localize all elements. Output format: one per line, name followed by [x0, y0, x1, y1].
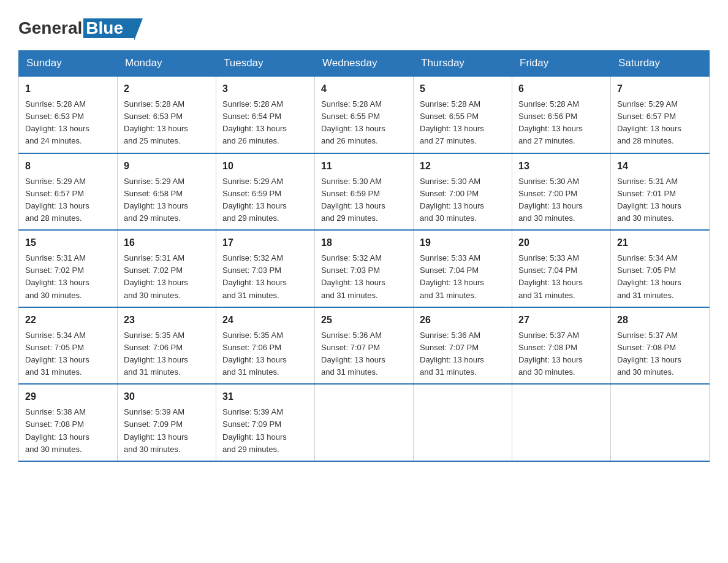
day-info: Sunrise: 5:36 AMSunset: 7:07 PMDaylight:…: [321, 329, 407, 379]
day-number: 9: [124, 159, 210, 174]
day-info: Sunrise: 5:30 AMSunset: 7:00 PMDaylight:…: [518, 175, 604, 225]
day-info: Sunrise: 5:39 AMSunset: 7:09 PMDaylight:…: [222, 406, 308, 456]
day-info: Sunrise: 5:38 AMSunset: 7:08 PMDaylight:…: [25, 406, 111, 456]
day-info: Sunrise: 5:35 AMSunset: 7:06 PMDaylight:…: [124, 329, 210, 379]
calendar-cell: 19Sunrise: 5:33 AMSunset: 7:04 PMDayligh…: [414, 230, 512, 307]
calendar-cell: 2Sunrise: 5:28 AMSunset: 6:53 PMDaylight…: [118, 76, 216, 153]
day-info: Sunrise: 5:34 AMSunset: 7:05 PMDaylight:…: [25, 329, 111, 379]
header: General Blue Blue: [18, 12, 710, 38]
calendar-cell: 26Sunrise: 5:36 AMSunset: 7:07 PMDayligh…: [414, 307, 512, 385]
day-info: Sunrise: 5:30 AMSunset: 7:00 PMDaylight:…: [420, 175, 506, 225]
day-info: Sunrise: 5:37 AMSunset: 7:08 PMDaylight:…: [617, 329, 703, 379]
day-info: Sunrise: 5:30 AMSunset: 6:59 PMDaylight:…: [321, 175, 407, 225]
day-number: 24: [222, 313, 308, 327]
day-number: 27: [518, 313, 604, 327]
day-info: Sunrise: 5:31 AMSunset: 7:02 PMDaylight:…: [124, 252, 210, 302]
day-info: Sunrise: 5:29 AMSunset: 6:58 PMDaylight:…: [124, 175, 210, 225]
calendar-cell: 10Sunrise: 5:29 AMSunset: 6:59 PMDayligh…: [216, 153, 315, 231]
day-number: 13: [518, 159, 604, 174]
calendar-cell: 18Sunrise: 5:32 AMSunset: 7:03 PMDayligh…: [315, 230, 414, 307]
calendar-cell: 13Sunrise: 5:30 AMSunset: 7:00 PMDayligh…: [512, 153, 611, 231]
calendar-header-row: SundayMondayTuesdayWednesdayThursdayFrid…: [19, 51, 710, 77]
calendar-cell: [512, 384, 611, 461]
day-info: Sunrise: 5:33 AMSunset: 7:04 PMDaylight:…: [420, 252, 506, 302]
day-number: 26: [420, 313, 506, 327]
calendar-header-tuesday: Tuesday: [216, 51, 315, 77]
calendar-row-3: 15Sunrise: 5:31 AMSunset: 7:02 PMDayligh…: [19, 230, 710, 307]
calendar-cell: 8Sunrise: 5:29 AMSunset: 6:57 PMDaylight…: [19, 153, 118, 231]
day-number: 25: [321, 313, 407, 327]
day-number: 19: [420, 236, 506, 250]
calendar-header-wednesday: Wednesday: [315, 51, 414, 77]
calendar-header-thursday: Thursday: [414, 51, 512, 77]
day-info: Sunrise: 5:36 AMSunset: 7:07 PMDaylight:…: [420, 329, 506, 379]
calendar-cell: 28Sunrise: 5:37 AMSunset: 7:08 PMDayligh…: [611, 307, 710, 385]
calendar-cell: 16Sunrise: 5:31 AMSunset: 7:02 PMDayligh…: [118, 230, 216, 307]
day-number: 15: [25, 236, 111, 250]
calendar-cell: 6Sunrise: 5:28 AMSunset: 6:56 PMDaylight…: [512, 76, 611, 153]
day-number: 10: [222, 159, 308, 174]
calendar-cell: 30Sunrise: 5:39 AMSunset: 7:09 PMDayligh…: [118, 384, 216, 461]
day-info: Sunrise: 5:29 AMSunset: 6:57 PMDaylight:…: [617, 98, 703, 148]
day-number: 5: [420, 82, 506, 96]
day-info: Sunrise: 5:32 AMSunset: 7:03 PMDaylight:…: [222, 252, 308, 302]
day-number: 16: [124, 236, 210, 250]
day-number: 31: [222, 389, 308, 404]
calendar-cell: [414, 384, 512, 461]
calendar-table: SundayMondayTuesdayWednesdayThursdayFrid…: [18, 50, 710, 462]
logo: General Blue Blue: [18, 12, 134, 38]
day-info: Sunrise: 5:35 AMSunset: 7:06 PMDaylight:…: [222, 329, 308, 379]
day-info: Sunrise: 5:28 AMSunset: 6:55 PMDaylight:…: [420, 98, 506, 148]
calendar-row-5: 29Sunrise: 5:38 AMSunset: 7:08 PMDayligh…: [19, 384, 710, 461]
calendar-row-2: 8Sunrise: 5:29 AMSunset: 6:57 PMDaylight…: [19, 153, 710, 231]
day-number: 14: [617, 159, 703, 174]
day-number: 30: [124, 389, 210, 404]
calendar-cell: 17Sunrise: 5:32 AMSunset: 7:03 PMDayligh…: [216, 230, 315, 307]
day-number: 29: [25, 389, 111, 404]
calendar-cell: 23Sunrise: 5:35 AMSunset: 7:06 PMDayligh…: [118, 307, 216, 385]
calendar-cell: 31Sunrise: 5:39 AMSunset: 7:09 PMDayligh…: [216, 384, 315, 461]
day-number: 28: [617, 313, 703, 327]
calendar-cell: 20Sunrise: 5:33 AMSunset: 7:04 PMDayligh…: [512, 230, 611, 307]
calendar-cell: 11Sunrise: 5:30 AMSunset: 6:59 PMDayligh…: [315, 153, 414, 231]
calendar-cell: 14Sunrise: 5:31 AMSunset: 7:01 PMDayligh…: [611, 153, 710, 231]
calendar-cell: 9Sunrise: 5:29 AMSunset: 6:58 PMDaylight…: [118, 153, 216, 231]
calendar-cell: 21Sunrise: 5:34 AMSunset: 7:05 PMDayligh…: [611, 230, 710, 307]
day-number: 22: [25, 313, 111, 327]
day-info: Sunrise: 5:29 AMSunset: 6:57 PMDaylight:…: [25, 175, 111, 225]
calendar-header-monday: Monday: [118, 51, 216, 77]
day-number: 7: [617, 82, 703, 96]
calendar-cell: 15Sunrise: 5:31 AMSunset: 7:02 PMDayligh…: [19, 230, 118, 307]
calendar-cell: 25Sunrise: 5:36 AMSunset: 7:07 PMDayligh…: [315, 307, 414, 385]
day-info: Sunrise: 5:31 AMSunset: 7:02 PMDaylight:…: [25, 252, 111, 302]
day-number: 1: [25, 82, 111, 96]
calendar-row-4: 22Sunrise: 5:34 AMSunset: 7:05 PMDayligh…: [19, 307, 710, 385]
calendar-cell: 27Sunrise: 5:37 AMSunset: 7:08 PMDayligh…: [512, 307, 611, 385]
day-number: 18: [321, 236, 407, 250]
day-number: 17: [222, 236, 308, 250]
day-number: 3: [222, 82, 308, 96]
calendar-cell: 22Sunrise: 5:34 AMSunset: 7:05 PMDayligh…: [19, 307, 118, 385]
calendar-row-1: 1Sunrise: 5:28 AMSunset: 6:53 PMDaylight…: [19, 76, 710, 153]
calendar-cell: [611, 384, 710, 461]
logo-general-text: General: [18, 18, 82, 38]
day-info: Sunrise: 5:28 AMSunset: 6:56 PMDaylight:…: [518, 98, 604, 148]
day-number: 8: [25, 159, 111, 174]
day-info: Sunrise: 5:31 AMSunset: 7:01 PMDaylight:…: [617, 175, 703, 225]
calendar-cell: 5Sunrise: 5:28 AMSunset: 6:55 PMDaylight…: [414, 76, 512, 153]
day-number: 4: [321, 82, 407, 96]
day-info: Sunrise: 5:28 AMSunset: 6:55 PMDaylight:…: [321, 98, 407, 148]
day-number: 6: [518, 82, 604, 96]
calendar-cell: 3Sunrise: 5:28 AMSunset: 6:54 PMDaylight…: [216, 76, 315, 153]
day-info: Sunrise: 5:28 AMSunset: 6:53 PMDaylight:…: [25, 98, 111, 148]
day-number: 23: [124, 313, 210, 327]
day-number: 12: [420, 159, 506, 174]
calendar-cell: 4Sunrise: 5:28 AMSunset: 6:55 PMDaylight…: [315, 76, 414, 153]
calendar-cell: [315, 384, 414, 461]
calendar-cell: 29Sunrise: 5:38 AMSunset: 7:08 PMDayligh…: [19, 384, 118, 461]
day-info: Sunrise: 5:33 AMSunset: 7:04 PMDaylight:…: [518, 252, 604, 302]
day-info: Sunrise: 5:29 AMSunset: 6:59 PMDaylight:…: [222, 175, 308, 225]
day-info: Sunrise: 5:32 AMSunset: 7:03 PMDaylight:…: [321, 252, 407, 302]
day-info: Sunrise: 5:28 AMSunset: 6:54 PMDaylight:…: [222, 98, 308, 148]
day-info: Sunrise: 5:37 AMSunset: 7:08 PMDaylight:…: [518, 329, 604, 379]
